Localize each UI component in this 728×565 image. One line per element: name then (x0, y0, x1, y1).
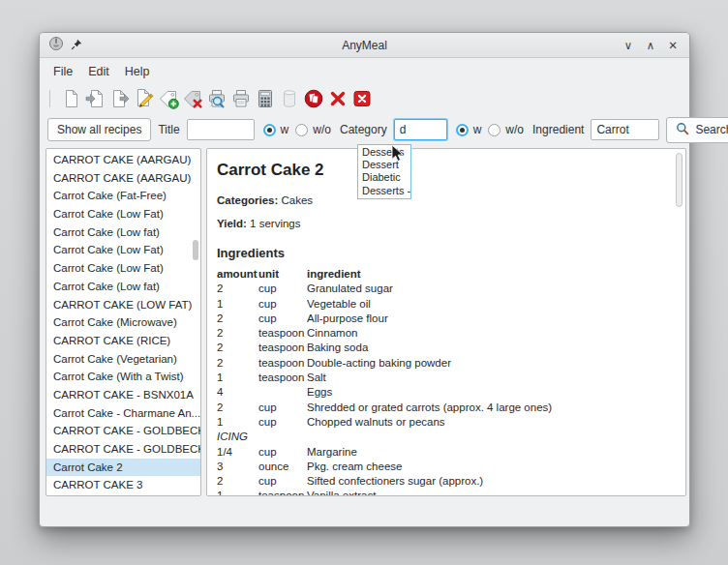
categories-value: Cakes (281, 194, 313, 206)
ingredient-name: Sifted confectioners sugar (approx.) (307, 474, 670, 489)
ingredient-amount: 2 (217, 326, 258, 341)
convert-units-button[interactable] (253, 86, 277, 111)
menu-item[interactable]: Edit (80, 62, 117, 81)
print-preview-button[interactable] (204, 86, 228, 111)
ingredient-label: Ingredient (532, 123, 584, 136)
title-with-radio[interactable] (263, 124, 276, 136)
category-with-radio[interactable] (456, 124, 469, 136)
ingredient-unit (258, 385, 307, 400)
trash-icon-button[interactable] (277, 86, 301, 111)
menu-item[interactable]: Help (117, 62, 158, 81)
add-category-button[interactable] (156, 86, 180, 111)
ingredient-name: Granulated sugar (307, 282, 670, 296)
recipe-list-item[interactable]: CARROT CAKE (AARGAU) (46, 151, 200, 169)
recipe-list-item[interactable]: Carrot Cake (Microwave) (46, 313, 200, 332)
recipe-list-item[interactable]: Carrot Cake (With a Twist) (46, 368, 200, 386)
delete-database-button[interactable] (301, 86, 325, 111)
recipe-detail-scrollbar[interactable] (676, 153, 682, 207)
mouse-cursor-icon (391, 145, 407, 166)
window-title: AnyMeal (40, 39, 689, 52)
ingredient-row: 1 cup Vegetable oil (217, 297, 670, 312)
ingredient-amount: 1 (217, 415, 258, 430)
category-suggestion[interactable]: Desserts - (358, 185, 410, 197)
ingredients-table: amount unit ingredient 2 cup Granulated … (217, 267, 670, 496)
title-without-label: w/o (313, 123, 331, 136)
ingredient-amount: 2 (217, 341, 258, 355)
title-without-radio[interactable] (295, 124, 308, 136)
pin-icon[interactable] (71, 37, 82, 54)
ingredient-row: 4 Eggs (217, 385, 670, 400)
category-without-radio[interactable] (488, 124, 500, 136)
recipe-list-scrollbar[interactable] (193, 240, 198, 260)
recipe-list-item[interactable]: CARROT CAKE (AARGAU) (46, 169, 200, 188)
ingredient-name: Vanilla extract (307, 489, 670, 496)
ingredient-row: 2 teaspoon Baking soda (217, 341, 670, 355)
ingredient-row: 1 teaspoon Salt (217, 371, 670, 385)
title-with-label: w (281, 123, 289, 136)
ingredient-name: Pkg. cream cheese (307, 460, 670, 474)
recipe-list-item[interactable]: Carrot Cake (Low fat) (46, 223, 200, 242)
print-recipe-button[interactable] (228, 86, 253, 111)
ingredient-unit: ounce (258, 460, 307, 474)
remove-category-button[interactable] (180, 86, 204, 111)
ingredient-row: 2 cup Shredded or grated carrots (approx… (217, 401, 670, 415)
recipe-list-item[interactable]: CARROT CAKE (RICE) (46, 332, 200, 350)
search-button[interactable]: Search (666, 117, 728, 143)
ingredient-row: 2 cup Granulated sugar (217, 282, 670, 296)
header-ingredient: ingredient (307, 267, 670, 282)
maximize-button[interactable]: ∧ (643, 38, 658, 53)
ingredient-input[interactable] (591, 119, 659, 140)
edit-recipe-button[interactable] (132, 86, 156, 111)
recipe-list-item[interactable]: Carrot Cake (Vegetarian) (46, 350, 200, 369)
ingredient-amount: 2 (217, 356, 258, 371)
delete-recipe-button[interactable] (325, 86, 349, 111)
toolbar-drag-handle[interactable] (49, 90, 52, 107)
recipe-list-item[interactable]: Carrot Cake - Charmane An... (46, 404, 200, 423)
ingredient-row: 2 cup All-purpose flour (217, 312, 670, 326)
ingredient-row: 1/4 cup Margarine (217, 445, 670, 460)
ingredient-name: Vegetable oil (307, 297, 670, 312)
recipe-list-item[interactable]: Carrot Cake (Low fat) (46, 278, 200, 296)
yield-label: Yield: (217, 218, 247, 229)
export-recipes-icon-button[interactable] (107, 86, 132, 111)
import-recipes-icon-button[interactable] (83, 86, 107, 111)
ingredient-unit: cup (258, 474, 307, 489)
ingredient-name: Shredded or grated carrots (approx. 4 la… (307, 401, 670, 415)
recipe-list-item[interactable]: Carrot Cake (Low Fat) (46, 241, 200, 259)
recipe-list-item[interactable]: Carrot Cake (Fat-Free) (46, 187, 200, 205)
ingredient-amount: 2 (217, 282, 258, 296)
recipe-list-item[interactable]: Carrot Cake (Low Fat) (46, 259, 200, 278)
minimize-button[interactable]: ∨ (621, 38, 636, 53)
ingredient-unit: teaspoon (258, 489, 307, 496)
ingredients-rows: 2 cup Granulated sugar 1 cup Vegetable o… (217, 282, 670, 496)
recipe-list-item[interactable]: Carrot Cake 2 (46, 459, 200, 477)
quit-button[interactable] (349, 86, 374, 111)
show-all-recipes-button[interactable]: Show all recipes (47, 118, 151, 141)
ingredient-amount: 2 (217, 312, 258, 326)
ingredient-name: Margarine (307, 445, 670, 460)
recipe-list-item[interactable]: CARROT CAKE - BSNX01A (46, 386, 200, 404)
recipe-list-item[interactable]: CARROT CAKE - GOLDBECK (46, 440, 200, 459)
category-suggestion[interactable]: Diabetic (358, 171, 410, 184)
ingredient-row: 1 teaspoon Vanilla extract (217, 489, 670, 496)
ingredient-row: 2 teaspoon Cinnamon (217, 326, 670, 341)
title-input[interactable] (187, 119, 255, 140)
titlebar[interactable]: AnyMeal ∨ ∧ ✕ (40, 33, 689, 58)
ingredient-name: Chopped walnuts or pecans (307, 415, 670, 430)
ingredient-row: 2 teaspoon Double-acting baking powder (217, 356, 670, 371)
app-icon[interactable] (48, 36, 64, 55)
ingredient-unit: teaspoon (258, 371, 307, 385)
category-without-label: w/o (505, 123, 524, 136)
recipe-list-item[interactable]: Carrot Cake (Low Fat) (46, 205, 200, 223)
recipe-categories-line: Categories: Cakes (217, 194, 670, 206)
category-input[interactable] (394, 119, 447, 140)
new-recipe-button[interactable] (59, 86, 83, 111)
recipe-list-item[interactable]: CARROT CAKE - GOLDBECK (46, 422, 200, 440)
category-label: Category (340, 123, 387, 136)
recipe-list-item[interactable]: CARROT CAKE (LOW FAT) (46, 296, 200, 314)
menu-item[interactable]: File (46, 62, 80, 81)
ingredient-name (307, 430, 670, 444)
recipe-list-item[interactable]: CARROT CAKE 3 (46, 476, 200, 494)
close-button[interactable]: ✕ (665, 38, 681, 53)
ingredient-name: Double-acting baking powder (307, 356, 670, 371)
